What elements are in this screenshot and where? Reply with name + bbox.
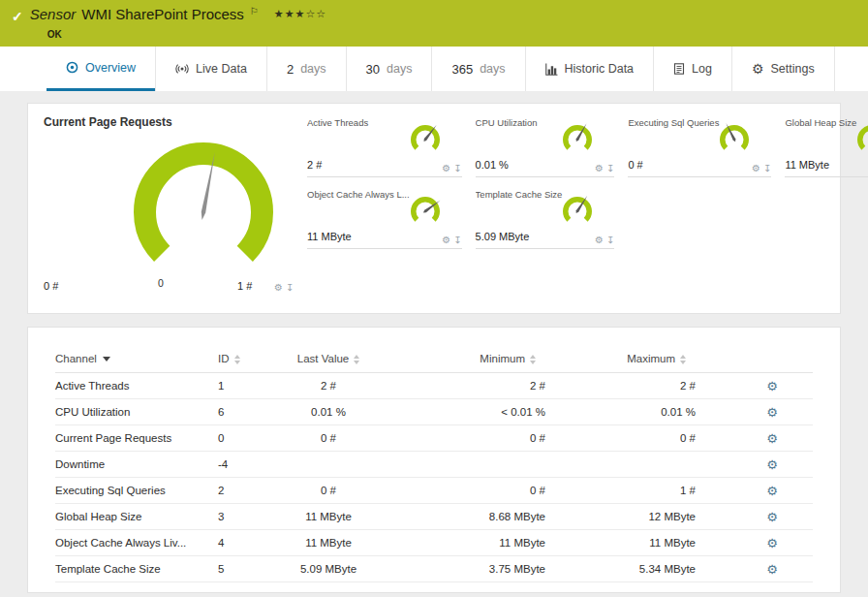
gauge-pin-icon[interactable]: ↧ bbox=[453, 164, 461, 173]
gauge-settings-icon[interactable]: ⚙ bbox=[752, 164, 760, 173]
tab-number: 365 bbox=[451, 62, 473, 77]
channel-name: CPU Utilization bbox=[55, 399, 218, 425]
primary-gauge-actions: ⚙ ↧ bbox=[274, 283, 294, 293]
gauge-template-cache-size: Template Cache Size5.09 MByte⚙↧ bbox=[476, 187, 615, 249]
channel-row[interactable]: Object Cache Always Liv...411 MByte11 MB… bbox=[55, 530, 813, 556]
gauge-pin-icon[interactable]: ↧ bbox=[453, 236, 461, 245]
sensor-title: WMI SharePoint Process bbox=[81, 6, 244, 22]
column-header-maximum[interactable]: Maximum bbox=[545, 345, 696, 373]
channel-row[interactable]: Executing Sql Queries20 #0 #1 #⚙ bbox=[55, 478, 813, 504]
gauge-settings-icon[interactable]: ⚙ bbox=[274, 283, 283, 293]
gauge-settings-icon[interactable]: ⚙ bbox=[595, 164, 604, 173]
channel-minimum: 0 # bbox=[361, 478, 545, 504]
channel-name: Template Cache Size bbox=[55, 556, 218, 582]
tab-settings[interactable]: ⚙Settings bbox=[731, 47, 835, 91]
priority-stars[interactable]: ★★★☆☆ bbox=[274, 8, 326, 20]
channel-maximum: 0.01 % bbox=[545, 399, 696, 425]
column-header-last-value[interactable]: Last Value bbox=[295, 345, 361, 373]
channel-settings-icon[interactable]: ⚙ bbox=[766, 510, 778, 524]
channels-table: Channel ID Last Value Minimum Maximum bbox=[55, 345, 813, 582]
tab-label: Overview bbox=[85, 61, 136, 75]
tab-2-days[interactable]: 2days bbox=[266, 47, 346, 91]
gauge-dial bbox=[402, 193, 449, 237]
channel-settings-icon[interactable]: ⚙ bbox=[766, 562, 778, 577]
channel-last-value: 11 MByte bbox=[295, 530, 361, 556]
gauge-settings-icon[interactable]: ⚙ bbox=[442, 236, 450, 245]
gauge-pin-icon[interactable]: ↧ bbox=[286, 283, 294, 293]
gauge-pin-icon[interactable]: ↧ bbox=[606, 236, 614, 245]
tab-label: Log bbox=[692, 62, 712, 76]
main-content: Current Page Requests 0 # 0 1 # ⚙ ↧ Acti… bbox=[0, 91, 868, 597]
sort-icon bbox=[354, 355, 359, 364]
sensor-ok-check-icon: ✓ bbox=[12, 9, 23, 47]
channel-name: Downtime bbox=[55, 452, 218, 478]
channel-id: 0 bbox=[218, 425, 295, 452]
sensor-title-block: Sensor WMI SharePoint Process ⚐ ★★★☆☆ OK bbox=[30, 6, 326, 47]
sensor-header: ✓ Sensor WMI SharePoint Process ⚐ ★★★☆☆ … bbox=[0, 0, 868, 47]
channel-settings-cell: ⚙ bbox=[696, 425, 813, 452]
tab-log[interactable]: Log bbox=[653, 47, 731, 91]
primary-gauge-scale-max: 1 # bbox=[237, 280, 252, 292]
channel-settings-icon[interactable]: ⚙ bbox=[766, 379, 778, 393]
gauge-executing-sql-queries: Executing Sql Queries0 #⚙↧ bbox=[628, 115, 771, 177]
column-label: ID bbox=[218, 353, 230, 364]
tab-365-days[interactable]: 365days bbox=[431, 47, 524, 91]
tab-number: 30 bbox=[366, 62, 380, 77]
gauge-dial bbox=[402, 121, 449, 166]
table-header-row: Channel ID Last Value Minimum Maximum bbox=[55, 345, 813, 373]
column-header-channel[interactable]: Channel bbox=[55, 345, 218, 373]
sensor-kind-label: Sensor bbox=[30, 6, 77, 22]
gauge-actions: ⚙↧ bbox=[752, 164, 771, 173]
tab-overview[interactable]: Overview bbox=[46, 47, 155, 91]
column-header-id[interactable]: ID bbox=[218, 345, 295, 373]
channel-id: 5 bbox=[218, 556, 295, 582]
channel-id: 2 bbox=[218, 478, 295, 504]
overview-icon bbox=[66, 61, 78, 74]
gauge-pin-icon[interactable]: ↧ bbox=[606, 164, 614, 173]
channel-settings-icon[interactable]: ⚙ bbox=[766, 405, 778, 420]
channel-row[interactable]: Global Heap Size311 MByte8.68 MByte12 MB… bbox=[55, 504, 813, 530]
small-gauges-grid: Active Threads2 #⚙↧CPU Utilization0.01 %… bbox=[307, 115, 868, 301]
tab-label: Historic Data bbox=[565, 62, 635, 76]
channel-settings-icon[interactable]: ⚙ bbox=[766, 457, 778, 472]
channel-row[interactable]: Current Page Requests00 #0 #0 #⚙ bbox=[55, 425, 813, 452]
tab-label: Settings bbox=[771, 62, 815, 76]
channel-settings-icon[interactable]: ⚙ bbox=[766, 484, 778, 498]
gauge-dial bbox=[711, 121, 758, 166]
channel-maximum: 5.34 MByte bbox=[545, 556, 696, 582]
tab-live-data[interactable]: Live Data bbox=[155, 47, 266, 91]
gauge-value: 0 # bbox=[628, 159, 642, 171]
channel-name: Current Page Requests bbox=[55, 425, 218, 452]
channel-minimum: 3.75 MByte bbox=[361, 556, 545, 582]
flag-icon[interactable]: ⚐ bbox=[250, 6, 259, 16]
channel-row[interactable]: Template Cache Size55.09 MByte3.75 MByte… bbox=[55, 556, 813, 582]
channel-minimum: 11 MByte bbox=[361, 530, 545, 556]
sort-descending-icon bbox=[103, 357, 110, 361]
channel-settings-icon[interactable]: ⚙ bbox=[766, 431, 778, 446]
channel-name: Global Heap Size bbox=[55, 504, 218, 530]
channel-minimum: 0 # bbox=[361, 425, 545, 452]
channel-row[interactable]: CPU Utilization60.01 %< 0.01 %0.01 %⚙ bbox=[55, 399, 813, 425]
gauge-pin-icon[interactable]: ↧ bbox=[763, 164, 771, 173]
channel-minimum: 2 # bbox=[361, 373, 545, 399]
channel-settings-cell: ⚙ bbox=[696, 504, 813, 530]
channel-settings-cell: ⚙ bbox=[696, 452, 813, 478]
channel-last-value: 2 # bbox=[295, 373, 361, 399]
channel-settings-icon[interactable]: ⚙ bbox=[766, 536, 778, 550]
channel-row[interactable]: Downtime-4⚙ bbox=[55, 452, 813, 478]
column-header-minimum[interactable]: Minimum bbox=[361, 345, 545, 373]
gauge-settings-icon[interactable]: ⚙ bbox=[595, 236, 604, 245]
channel-row[interactable]: Active Threads12 #2 #2 #⚙ bbox=[55, 373, 813, 399]
primary-gauge-title: Current Page Requests bbox=[44, 115, 297, 129]
column-label: Channel bbox=[55, 353, 97, 364]
channel-last-value: 5.09 MByte bbox=[295, 556, 361, 582]
gauge-settings-icon[interactable]: ⚙ bbox=[442, 164, 450, 173]
tab-historic-data[interactable]: Historic Data bbox=[525, 47, 654, 91]
channel-minimum: < 0.01 % bbox=[361, 399, 545, 425]
gauge-dial bbox=[849, 121, 868, 166]
tab-label: days bbox=[387, 62, 412, 76]
primary-gauge-value: 0 # bbox=[44, 280, 58, 292]
channel-last-value bbox=[295, 452, 361, 478]
channel-settings-cell: ⚙ bbox=[696, 399, 813, 425]
tab-30-days[interactable]: 30days bbox=[346, 47, 432, 91]
